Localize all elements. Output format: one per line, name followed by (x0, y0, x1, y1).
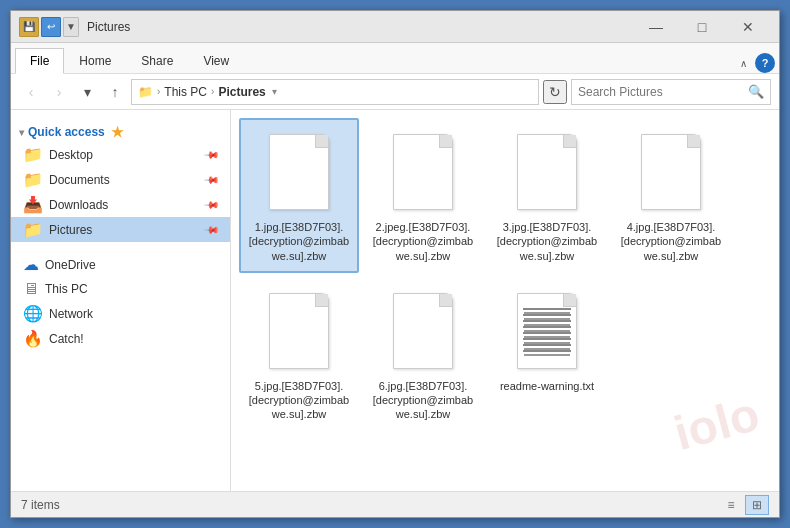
sidebar-item-documents[interactable]: 📁 Documents 📌 (11, 167, 230, 192)
help-button[interactable]: ? (755, 53, 775, 73)
title-dropdown[interactable]: ▼ (63, 17, 79, 37)
sidebar-item-pictures[interactable]: 📁 Pictures 📌 (11, 217, 230, 242)
file-icon-large-7 (511, 287, 583, 375)
desktop-folder-icon: 📁 (23, 145, 43, 164)
this-pc-icon: 🖥 (23, 280, 39, 298)
address-chevron[interactable]: ▾ (272, 86, 277, 97)
search-bar[interactable]: 🔍 (571, 79, 771, 105)
nav-bar: ‹ › ▾ ↑ 📁 › This PC › Pictures ▾ ↻ 🔍 (11, 74, 779, 110)
file-name-5: 5.jpg.[E38D7F03].[decryption@zimbabwe.su… (245, 379, 353, 422)
breadcrumb-this-pc[interactable]: This PC (164, 85, 207, 99)
save-icon: 💾 (19, 17, 39, 37)
sidebar-label-network: Network (49, 307, 93, 321)
file-explorer-window: 💾 ↩ ▼ Pictures — □ ✕ File Home Share Vie… (10, 10, 780, 518)
tab-share[interactable]: Share (126, 47, 188, 73)
sidebar-item-onedrive[interactable]: ☁ OneDrive (11, 252, 230, 277)
title-bar: 💾 ↩ ▼ Pictures — □ ✕ (11, 11, 779, 43)
file-name-4: 4.jpg.[E38D7F03].[decryption@zimbabwe.su… (617, 220, 725, 263)
sidebar-item-network[interactable]: 🌐 Network (11, 301, 230, 326)
file-icon-large-2 (387, 128, 459, 216)
file-item-2[interactable]: 2.jpeg.[E38D7F03].[decryption@zimbabwe.s… (363, 118, 483, 273)
file-name-3: 3.jpg.[E38D7F03].[decryption@zimbabwe.su… (493, 220, 601, 263)
file-area: 1.jpg.[E38D7F03].[decryption@zimbabwe.su… (231, 110, 779, 491)
quick-access-label: Quick access (28, 125, 105, 139)
pictures-pin-icon: 📌 (204, 221, 220, 237)
file-item-6[interactable]: 6.jpg.[E38D7F03].[decryption@zimbabwe.su… (363, 277, 483, 432)
onedrive-icon: ☁ (23, 255, 39, 274)
breadcrumb-folder-icon: 📁 (138, 85, 153, 99)
details-view-button[interactable]: ≡ (719, 495, 743, 515)
maximize-button[interactable]: □ (679, 11, 725, 43)
title-bar-icons: 💾 ↩ ▼ (19, 17, 79, 37)
close-button[interactable]: ✕ (725, 11, 771, 43)
breadcrumb-pictures[interactable]: Pictures (218, 85, 265, 99)
tab-file[interactable]: File (15, 48, 64, 74)
file-item-7[interactable]: readme-warning.txt (487, 277, 607, 432)
search-icon[interactable]: 🔍 (748, 84, 764, 99)
file-icon-large-1 (263, 128, 335, 216)
minimize-button[interactable]: — (633, 11, 679, 43)
view-buttons: ≡ ⊞ (719, 495, 769, 515)
sidebar-label-this-pc: This PC (45, 282, 88, 296)
file-item-3[interactable]: 3.jpg.[E38D7F03].[decryption@zimbabwe.su… (487, 118, 607, 273)
quick-access-star-icon: ★ (111, 124, 124, 140)
sidebar-label-onedrive: OneDrive (45, 258, 96, 272)
desktop-pin-icon: 📌 (204, 146, 220, 162)
sidebar-item-downloads[interactable]: 📥 Downloads 📌 (11, 192, 230, 217)
sidebar-item-catch[interactable]: 🔥 Catch! (11, 326, 230, 351)
dropdown-recent-button[interactable]: ▾ (75, 80, 99, 104)
ribbon: File Home Share View ∧ ? (11, 43, 779, 74)
documents-folder-icon: 📁 (23, 170, 43, 189)
file-area-wrapper: 1.jpg.[E38D7F03].[decryption@zimbabwe.su… (231, 110, 779, 491)
back-button[interactable]: ‹ (19, 80, 43, 104)
address-bar[interactable]: 📁 › This PC › Pictures ▾ (131, 79, 539, 105)
refresh-button[interactable]: ↻ (543, 80, 567, 104)
window-controls: — □ ✕ (633, 11, 771, 43)
quick-access-arrow: ▾ (19, 127, 24, 138)
status-bar: 7 items ≡ ⊞ (11, 491, 779, 517)
file-icon-large-4 (635, 128, 707, 216)
sidebar-label-desktop: Desktop (49, 148, 93, 162)
documents-pin-icon: 📌 (204, 171, 220, 187)
tab-view[interactable]: View (188, 47, 244, 73)
large-icons-view-button[interactable]: ⊞ (745, 495, 769, 515)
breadcrumb-arrow2: › (211, 86, 214, 97)
pictures-folder-icon: 📁 (23, 220, 43, 239)
sidebar-item-desktop[interactable]: 📁 Desktop 📌 (11, 142, 230, 167)
ribbon-chevron[interactable]: ∧ (736, 56, 751, 71)
file-page-6 (393, 293, 453, 369)
undo-icon: ↩ (41, 17, 61, 37)
sidebar-item-this-pc[interactable]: 🖥 This PC (11, 277, 230, 301)
file-page-3 (517, 134, 577, 210)
sidebar-label-documents: Documents (49, 173, 110, 187)
sidebar: ▾ Quick access ★ 📁 Desktop 📌 📁 Documents… (11, 110, 231, 491)
file-name-1: 1.jpg.[E38D7F03].[decryption@zimbabwe.su… (245, 220, 353, 263)
downloads-pin-icon: 📌 (204, 196, 220, 212)
file-page-5 (269, 293, 329, 369)
main-content: ▾ Quick access ★ 📁 Desktop 📌 📁 Documents… (11, 110, 779, 491)
file-page-7 (517, 293, 577, 369)
tab-home[interactable]: Home (64, 47, 126, 73)
breadcrumb-arrow1: › (157, 86, 160, 97)
file-page-1 (269, 134, 329, 210)
file-item-4[interactable]: 4.jpg.[E38D7F03].[decryption@zimbabwe.su… (611, 118, 731, 273)
forward-button[interactable]: › (47, 80, 71, 104)
catch-icon: 🔥 (23, 329, 43, 348)
network-icon: 🌐 (23, 304, 43, 323)
file-page-2 (393, 134, 453, 210)
file-name-6: 6.jpg.[E38D7F03].[decryption@zimbabwe.su… (369, 379, 477, 422)
sidebar-label-downloads: Downloads (49, 198, 108, 212)
file-icon-large-5 (263, 287, 335, 375)
file-item-5[interactable]: 5.jpg.[E38D7F03].[decryption@zimbabwe.su… (239, 277, 359, 432)
status-item-count: 7 items (21, 498, 719, 512)
files-grid: 1.jpg.[E38D7F03].[decryption@zimbabwe.su… (239, 118, 771, 432)
file-name-7: readme-warning.txt (500, 379, 594, 393)
sidebar-label-pictures: Pictures (49, 223, 92, 237)
search-input[interactable] (578, 85, 744, 99)
ribbon-tab-bar: File Home Share View ∧ ? (11, 43, 779, 73)
up-button[interactable]: ↑ (103, 80, 127, 104)
file-item-1[interactable]: 1.jpg.[E38D7F03].[decryption@zimbabwe.su… (239, 118, 359, 273)
downloads-folder-icon: 📥 (23, 195, 43, 214)
quick-access-header[interactable]: ▾ Quick access ★ (11, 118, 230, 142)
file-icon-large-6 (387, 287, 459, 375)
